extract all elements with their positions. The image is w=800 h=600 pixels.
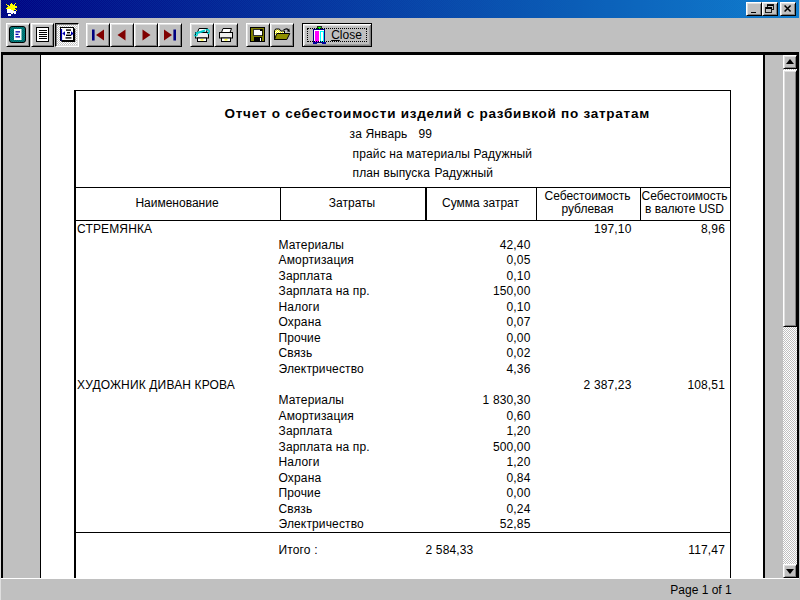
status-bar: Page 1 of 1 bbox=[1, 578, 799, 598]
scroll-up-button[interactable] bbox=[783, 55, 797, 69]
report-row: ХУДОЖНИК ДИВАН КРОВА2 387,23108,51 bbox=[41, 379, 766, 393]
report-row: Охрана0,84 bbox=[41, 472, 766, 486]
expense-label: Зарплата на пр. bbox=[279, 285, 370, 298]
last-page-button[interactable] bbox=[158, 23, 182, 47]
zoom-whole-page-icon bbox=[9, 26, 26, 43]
expense-label: Электричество bbox=[279, 518, 364, 531]
expense-label: Связь bbox=[279, 503, 313, 516]
expense-value: 0,10 bbox=[426, 270, 531, 283]
expense-label: Материалы bbox=[279, 239, 345, 252]
next-page-button[interactable] bbox=[134, 23, 158, 47]
print-preview-window: Close Отчет о себестоимости изделий с ра… bbox=[0, 0, 800, 600]
report-row: Зарплата на пр.500,00 bbox=[41, 441, 766, 455]
report-row: Материалы42,40 bbox=[41, 239, 766, 253]
expense-label: Амортизация bbox=[279, 410, 354, 423]
first-page-button[interactable] bbox=[86, 23, 110, 47]
focus-rect bbox=[307, 28, 367, 42]
expense-label: Охрана bbox=[279, 472, 322, 485]
expense-value: 4,36 bbox=[426, 363, 531, 376]
zoom-whole-page-button[interactable] bbox=[6, 23, 30, 47]
preview-viewport: Отчет о себестоимости изделий с разбивко… bbox=[3, 55, 797, 579]
product-cost-usd: 108,51 bbox=[640, 379, 726, 392]
report-row: СТРЕМЯНКА197,108,96 bbox=[41, 223, 766, 237]
close-window-button[interactable] bbox=[780, 2, 796, 16]
zoom-100-percent-button[interactable] bbox=[31, 23, 55, 47]
vertical-scrollbar bbox=[783, 55, 797, 579]
report-title: Отчет о себестоимости изделий с разбивко… bbox=[225, 107, 650, 120]
print-icon bbox=[217, 26, 235, 43]
subtitle-price-value: Радужный bbox=[474, 148, 533, 161]
expense-value: 0,02 bbox=[426, 347, 531, 360]
expense-label: Амортизация bbox=[279, 254, 354, 267]
expense-label: Налоги bbox=[279, 301, 320, 314]
report-row: Зарплата1,20 bbox=[41, 425, 766, 439]
zoom-page-width-button[interactable] bbox=[55, 23, 79, 47]
page-indicator: Page 1 of 1 bbox=[621, 583, 781, 597]
subtitle-period-label: за Январь bbox=[350, 128, 408, 141]
expense-value: 1 830,30 bbox=[426, 394, 531, 407]
zoom-100-percent-icon bbox=[34, 26, 51, 43]
expense-value: 0,60 bbox=[426, 410, 531, 423]
title-bar-texture bbox=[1, 0, 799, 18]
expense-value: 42,40 bbox=[426, 239, 531, 252]
subtitle-plan-label: план выпуска bbox=[353, 167, 431, 180]
product-cost-rub: 2 387,23 bbox=[536, 379, 632, 392]
total-label: Итого : bbox=[279, 544, 318, 557]
header-border-bottom bbox=[74, 220, 731, 222]
expense-value: 0,05 bbox=[426, 254, 531, 267]
last-page-icon bbox=[163, 29, 177, 41]
report-row: Материалы1 830,30 bbox=[41, 394, 766, 408]
close-preview-button[interactable]: Close bbox=[302, 23, 372, 47]
previous-page-button[interactable] bbox=[110, 23, 134, 47]
expense-value: 0,00 bbox=[426, 332, 531, 345]
expense-label: Прочие bbox=[279, 332, 321, 345]
expense-label: Зарплата bbox=[279, 270, 333, 283]
column-header-sum: Сумма затрат bbox=[427, 188, 535, 220]
save-button[interactable] bbox=[246, 23, 270, 47]
expense-value: 500,00 bbox=[426, 441, 531, 454]
open-icon bbox=[273, 26, 291, 43]
report-page: Отчет о себестоимости изделий с разбивко… bbox=[40, 55, 765, 579]
report-row: Налоги1,20 bbox=[41, 456, 766, 470]
next-page-icon bbox=[140, 29, 152, 41]
expense-label: Электричество bbox=[279, 363, 364, 376]
product-name: ХУДОЖНИК ДИВАН КРОВА bbox=[77, 379, 235, 392]
expense-value: 0,00 bbox=[426, 487, 531, 500]
column-header-costs: Затраты bbox=[281, 188, 424, 220]
scroll-down-button[interactable] bbox=[783, 564, 797, 578]
expense-label: Прочие bbox=[279, 487, 321, 500]
zoom-page-width-icon bbox=[58, 26, 76, 43]
print-button[interactable] bbox=[214, 23, 238, 47]
scrollbar-thumb[interactable] bbox=[783, 70, 797, 327]
subtitle-plan-value: Радужный bbox=[435, 167, 494, 180]
expense-value: 0,24 bbox=[426, 503, 531, 516]
report-row: Зарплата0,10 bbox=[41, 270, 766, 284]
scroll-up-icon bbox=[786, 59, 794, 64]
expense-label: Материалы bbox=[279, 394, 345, 407]
close-icon bbox=[781, 3, 795, 15]
column-header-name: Наименование bbox=[76, 188, 279, 220]
print-setup-button[interactable] bbox=[190, 23, 214, 47]
restore-button[interactable] bbox=[762, 2, 778, 16]
save-icon bbox=[249, 26, 266, 43]
report-row: Связь0,24 bbox=[41, 503, 766, 517]
column-header-cost-usd: Себестоимость в валюте USD bbox=[641, 188, 729, 220]
expense-value: 0,10 bbox=[426, 301, 531, 314]
open-button[interactable] bbox=[270, 23, 294, 47]
report-row: Амортизация0,60 bbox=[41, 410, 766, 424]
total-sum: 2 584,33 bbox=[426, 544, 474, 557]
report-row: Электричество4,36 bbox=[41, 363, 766, 377]
product-cost-rub: 197,10 bbox=[536, 223, 632, 236]
subtitle-period-value: 99 bbox=[419, 128, 433, 141]
expense-value: 150,00 bbox=[426, 285, 531, 298]
product-cost-usd: 8,96 bbox=[640, 223, 726, 236]
expense-value: 1,20 bbox=[426, 425, 531, 438]
restore-icon bbox=[763, 3, 777, 15]
report-row: Электричество52,85 bbox=[41, 518, 766, 532]
table-border-top bbox=[74, 90, 731, 92]
expense-label: Зарплата bbox=[279, 425, 333, 438]
print-setup-icon bbox=[193, 26, 211, 43]
expense-label: Связь bbox=[279, 347, 313, 360]
caption-buttons bbox=[746, 2, 796, 16]
minimize-button[interactable] bbox=[746, 2, 762, 16]
